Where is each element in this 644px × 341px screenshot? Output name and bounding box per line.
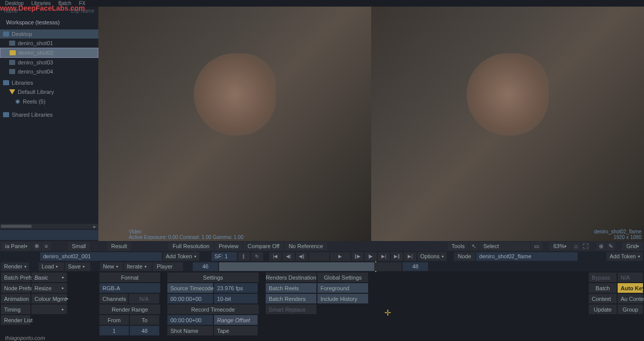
tree-shot04[interactable]: deniro_shot04 [0, 67, 98, 76]
full-resolution-button[interactable]: Full Resolution [168, 242, 213, 251]
tree-shared-label: Shared Libraries [12, 112, 53, 118]
timeline-playhead[interactable] [375, 261, 376, 272]
add-token2-dropdown[interactable]: Add Token [606, 252, 643, 261]
auto-key-button[interactable]: Auto Key [618, 283, 643, 293]
frame-in-input[interactable]: 46 [193, 262, 218, 271]
add-icon[interactable]: ⊕ [597, 242, 605, 251]
sf-input[interactable]: SF: 1 [211, 252, 237, 261]
skip-end-button[interactable]: ▶| [378, 252, 390, 261]
zoom-dropdown[interactable]: 63% [549, 242, 570, 251]
frame-icon[interactable]: ▭ [531, 242, 542, 251]
tree-desktop[interactable]: Desktop [0, 29, 98, 39]
no-reference-button[interactable]: No Reference [284, 242, 327, 251]
tree-shot03[interactable]: deniro_shot03 [0, 58, 98, 67]
format-header: Format [99, 272, 160, 282]
tree-shared-libraries[interactable]: Shared Libraries [0, 110, 98, 119]
batch-renders-button[interactable]: Batch Renders [266, 294, 316, 303]
timing-button[interactable]: Timing [1, 304, 30, 314]
next-frame-button[interactable]: |▶ [365, 252, 377, 261]
viewer-right[interactable] [371, 7, 644, 241]
small-button[interactable]: Small [68, 242, 90, 251]
frame-out-input[interactable]: 48 [403, 262, 428, 271]
rgba-input[interactable]: RGB-A [99, 283, 160, 293]
home-icon[interactable]: ⌂ [571, 242, 580, 251]
update-button[interactable]: Update [589, 304, 617, 314]
last-button[interactable]: ▶| [404, 252, 416, 261]
from-input[interactable]: 1 [99, 326, 129, 335]
fps-input[interactable]: 23.976 fps [214, 283, 258, 293]
play-button[interactable]: ▶ [330, 252, 350, 261]
next-key-button[interactable]: ▶‖ [391, 252, 403, 261]
smart-replace-button[interactable]: Smart Replace [266, 304, 316, 314]
save-dropdown[interactable]: Save [65, 262, 90, 271]
render-list-button[interactable]: Render List [1, 315, 30, 325]
step-fwd-button[interactable]: ‖▶ [351, 252, 364, 261]
to-input[interactable]: 48 [130, 326, 159, 335]
new-dropdown[interactable]: New [100, 262, 123, 271]
tc-input[interactable]: 00:00:00+00 [167, 294, 213, 303]
tree-shot01[interactable]: deniro_shot01 [0, 39, 98, 48]
list-icon[interactable]: ≡ [42, 242, 51, 251]
foreground-button[interactable]: Foreground [317, 283, 368, 293]
batch-button[interactable]: Batch [589, 283, 617, 293]
bit-input[interactable]: 10-bit [214, 294, 258, 303]
tree-reels-label: Reels (5) [23, 98, 46, 105]
scrollbar-thumb[interactable] [1, 225, 31, 228]
basic-button[interactable]: Basic [31, 272, 67, 282]
tree-shot02[interactable]: deniro_shot02 [0, 48, 98, 58]
skip-start-button[interactable]: |◀ [269, 252, 281, 261]
workspace-header[interactable]: Workspace (testesss) [0, 15, 98, 29]
tree-reels[interactable]: ◉ Reels (5) [0, 96, 98, 106]
timeline-track[interactable] [219, 262, 402, 271]
options-dropdown[interactable]: Options [417, 252, 447, 261]
node-prefs-button[interactable]: Node Prefs [1, 283, 30, 293]
folder-icon [3, 112, 9, 117]
clip-icon [9, 41, 15, 46]
tc2-input[interactable]: 00:00:00+00 [167, 315, 213, 325]
prev-frame-button[interactable]: ◀| [282, 252, 295, 261]
sidebar: Name Clip Name Workspace (testesss) Desk… [0, 7, 98, 241]
clip-name-input[interactable]: deniro_shot02_001 [40, 252, 162, 261]
pause-button[interactable]: ‖ [238, 252, 250, 261]
resize-button[interactable]: Resize [31, 283, 67, 293]
player-button[interactable]: Player [153, 262, 183, 271]
gear-icon[interactable]: ✻ [32, 242, 41, 251]
compare-button[interactable]: Compare Off [243, 242, 283, 251]
batch-prefs-button[interactable]: Batch Prefs [1, 272, 30, 282]
loop-button[interactable]: ↻ [251, 252, 263, 261]
preview-button[interactable]: Preview [214, 242, 242, 251]
node-name-input[interactable]: deniro_shot02_flame [476, 252, 578, 261]
panel-dropdown[interactable]: ia Panel [1, 242, 31, 251]
grid-dropdown[interactable]: Grid [622, 242, 643, 251]
viewer-left[interactable] [98, 7, 371, 241]
play-back-button[interactable] [309, 252, 329, 261]
bypass-button[interactable]: Bypass [589, 272, 617, 282]
tree-libraries[interactable]: Libraries [0, 78, 98, 87]
tree-shot-label: deniro_shot02 [18, 50, 54, 56]
step-back-button[interactable]: ◀‖ [296, 252, 308, 261]
tools-button[interactable]: Tools [448, 242, 469, 251]
sidebar-scrollbar[interactable]: ▸ [0, 224, 98, 229]
add-token-dropdown[interactable]: Add Token [163, 252, 199, 261]
sidebar-search-input[interactable] [0, 230, 98, 240]
include-history-button[interactable]: Include History [317, 294, 368, 303]
group-button[interactable]: Group [618, 304, 643, 314]
load-dropdown[interactable]: Load [39, 262, 64, 271]
source-tc-button[interactable]: Source Timecode [167, 283, 213, 293]
node-label: Node [454, 252, 475, 261]
range-offset-button[interactable]: Range Offset [214, 315, 258, 325]
expand-icon[interactable]: ⛶ [581, 242, 590, 251]
iterate-dropdown[interactable]: Iterate [124, 262, 152, 271]
tree-default-library[interactable]: Default Library [0, 87, 98, 96]
select-button[interactable]: Select [479, 242, 530, 251]
animation-button[interactable]: Animation [1, 294, 30, 303]
render-dropdown[interactable]: Render [1, 262, 29, 271]
context-dropdown[interactable]: Context [589, 294, 617, 303]
brush-icon[interactable]: ✎ [606, 242, 615, 251]
timing-sub-button[interactable] [31, 304, 67, 314]
batch-reels-button[interactable]: Batch Reels [266, 283, 316, 293]
arrow-icon[interactable]: ↖ [470, 242, 478, 251]
result-button[interactable]: Result [107, 242, 131, 251]
colour-mgmt-button[interactable]: Colour Mgmt [31, 294, 67, 303]
au-context-button[interactable]: Au Context [618, 294, 643, 303]
